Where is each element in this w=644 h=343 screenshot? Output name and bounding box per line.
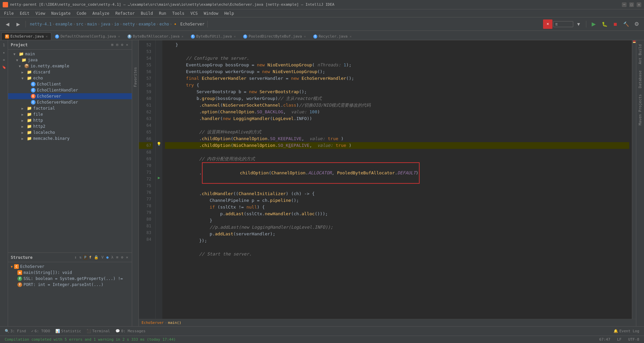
bottom-tab-find[interactable]: 🔍 3: Find <box>3 328 28 334</box>
project-panel-toggle[interactable]: 1 <box>1 42 7 48</box>
struct-btn-align[interactable]: ≡ <box>115 255 119 260</box>
tree-item-factorial[interactable]: ▶ 📁 factorial <box>8 105 132 111</box>
bc-src[interactable]: src <box>76 22 84 26</box>
struct-btn-lock[interactable]: 🔒 <box>93 255 100 260</box>
struct-sort-type[interactable]: ⇅ <box>78 255 83 260</box>
maximize-button[interactable]: □ <box>629 2 634 7</box>
back-button[interactable]: ◀ <box>3 19 12 29</box>
bulb-icon-67[interactable]: 💡 <box>157 141 161 148</box>
search-nav-prev[interactable]: ✕ <box>543 19 552 29</box>
tree-item-localecho[interactable]: ▶ 📁 localecho <box>8 129 132 135</box>
bc-netty[interactable]: netty-4.1 <box>30 22 52 26</box>
struct-btn-circle[interactable]: ● <box>105 255 110 260</box>
tab-close-pooleddirectbytebuf[interactable]: ✕ <box>304 35 306 38</box>
status-position[interactable]: 67:47 <box>597 337 612 342</box>
tab-close-recycler[interactable]: ✕ <box>350 35 352 38</box>
tree-item-java[interactable]: ▼ 📁 java <box>8 57 132 63</box>
struct-btn-lambda[interactable]: λ <box>110 255 115 260</box>
tab-pooleddirectbytebuf[interactable]: C PooledDirectByteBuf.java ✕ <box>239 33 310 40</box>
menu-build[interactable]: Build <box>138 10 156 16</box>
struct-settings[interactable]: ⚙ <box>120 255 124 260</box>
bottom-tab-messages[interactable]: 💬 0: Messages <box>113 328 148 334</box>
status-lf[interactable]: LF <box>615 337 624 342</box>
bc-echo[interactable]: echo <box>159 22 169 26</box>
status-encoding[interactable]: UTF-8 <box>626 337 641 342</box>
tree-item-io-netty[interactable]: ▼ 📦 io.netty.example <box>8 63 132 69</box>
tree-item-discard[interactable]: ▶ 📁 discard <box>8 69 132 75</box>
tab-defaultchannelconfig[interactable]: C DefaultChannelConfig.java ✕ <box>51 33 124 40</box>
tree-item-echo[interactable]: ▼ 📁 echo <box>8 75 132 81</box>
struct-btn-f[interactable]: f <box>88 255 93 260</box>
forward-button[interactable]: ▶ <box>13 19 23 29</box>
run-icon-72[interactable]: ▶ <box>158 174 160 181</box>
tab-echoserver[interactable]: E EchoServer.java ✕ <box>1 33 51 40</box>
tab-close-bytebufutil[interactable]: ✕ <box>234 35 236 38</box>
tree-item-echoclient[interactable]: ▶ C EchoClient <box>8 81 132 87</box>
tree-item-http[interactable]: ▶ 📁 http <box>8 117 132 123</box>
bc-netty2[interactable]: netty <box>123 22 135 26</box>
menu-refactor[interactable]: Refactor <box>113 10 138 16</box>
tab-bytebufallocator[interactable]: B ByteBufAllocator.java ✕ <box>124 33 187 40</box>
menu-edit[interactable]: Edit <box>17 10 32 16</box>
menu-analyze[interactable]: Analyze <box>90 10 112 16</box>
tree-item-echoserverhandler[interactable]: ▶ C EchoServerHandler <box>8 99 132 105</box>
menu-file[interactable]: File <box>1 10 16 16</box>
bc-echoserver[interactable]: 🔸 EchoServer <box>173 22 204 26</box>
favorites-label[interactable]: Favorites <box>133 67 138 87</box>
menu-code[interactable]: Code <box>74 10 89 16</box>
struct-port-field[interactable]: f PORT: int = Integer.parseInt(...) <box>9 282 130 288</box>
bc-io[interactable]: io <box>114 22 119 26</box>
menu-view[interactable]: View <box>33 10 48 16</box>
tab-close-echoserver[interactable]: ✕ <box>46 35 48 38</box>
menu-tools[interactable]: Tools <box>170 10 187 16</box>
bottom-tab-statistic[interactable]: 📊 Statistic <box>53 328 83 334</box>
run-button[interactable]: ▶ <box>589 19 598 29</box>
bc-main[interactable]: main <box>87 22 97 26</box>
project-toolbar-btn-1[interactable]: ⊞ <box>110 42 115 47</box>
bottom-tab-event-log[interactable]: 🔔 Event Log <box>611 328 641 334</box>
stop-button[interactable]: ⏹ <box>610 19 620 29</box>
close-button[interactable]: ✕ <box>637 2 641 7</box>
bc-example[interactable]: example <box>55 22 72 26</box>
struct-btn-p[interactable]: P <box>83 255 88 260</box>
tab-close-bytebufallocator[interactable]: ✕ <box>181 35 183 38</box>
footer-main[interactable]: main() <box>168 321 181 325</box>
tab-recycler[interactable]: C Recycler.java ✕ <box>310 33 355 40</box>
struct-btn-v[interactable]: V <box>100 255 105 260</box>
bookmarks-toggle[interactable]: 🔖 <box>1 64 7 70</box>
bottom-tab-terminal[interactable]: ⬛ Terminal <box>85 328 112 334</box>
minimize-button[interactable]: ─ <box>622 2 627 7</box>
tab-close-defaultchannelconfig[interactable]: ✕ <box>118 35 120 38</box>
menu-window[interactable]: Window <box>201 10 221 16</box>
project-toolbar-close[interactable]: ✕ <box>125 42 129 47</box>
right-tab-maven[interactable]: Maven Projects <box>637 92 644 128</box>
build-button[interactable]: 🔨 <box>621 19 631 29</box>
struct-close[interactable]: ✕ <box>125 255 129 260</box>
struct-sort-alpha[interactable]: ↕ <box>73 255 78 260</box>
menu-navigate[interactable]: Navigate <box>49 10 73 16</box>
footer-echoserver[interactable]: EchoServer <box>142 321 164 325</box>
tree-item-echoclienthandler[interactable]: ▶ C EchoClientHandler <box>8 87 132 93</box>
search-nav-next[interactable]: ▼ <box>574 19 583 29</box>
struct-class[interactable]: ▼ C EchoServer <box>9 264 130 270</box>
bc-example2[interactable]: example <box>139 22 156 26</box>
search-input[interactable] <box>553 21 573 27</box>
struct-main-method[interactable]: m main(String[]): void <box>9 270 130 276</box>
tree-item-http2[interactable]: ▶ 📁 http2 <box>8 123 132 129</box>
project-toolbar-settings[interactable]: ⚙ <box>120 42 124 47</box>
status-message[interactable]: Compilation completed with 5 errors and … <box>3 337 178 342</box>
struct-ssl-field[interactable]: f SSL: boolean = System.getProperty(...)… <box>9 276 130 282</box>
settings-button[interactable]: ⚙ <box>632 19 641 29</box>
menu-help[interactable]: Help <box>222 10 237 16</box>
tab-bytebufutil[interactable]: C ByteBufUtil.java ✕ <box>187 33 239 40</box>
bc-java[interactable]: java <box>101 22 110 26</box>
tree-item-main[interactable]: ▼ 📁 main <box>8 51 132 57</box>
debug-button[interactable]: 🐛 <box>600 19 609 29</box>
menu-vcs[interactable]: VCS <box>188 10 201 16</box>
right-tab-database[interactable]: Database <box>637 68 644 91</box>
tree-item-memcache[interactable]: ▶ 📁 memcache.binary <box>8 135 132 141</box>
tree-item-echoserver[interactable]: ▶ E EchoServer <box>8 93 132 99</box>
right-tab-ant-build[interactable]: Ant Build <box>637 42 644 67</box>
code-area[interactable]: } // Configure the server. EventLoopGrou… <box>162 40 632 319</box>
structure-toggle[interactable]: ≡ <box>1 56 7 63</box>
